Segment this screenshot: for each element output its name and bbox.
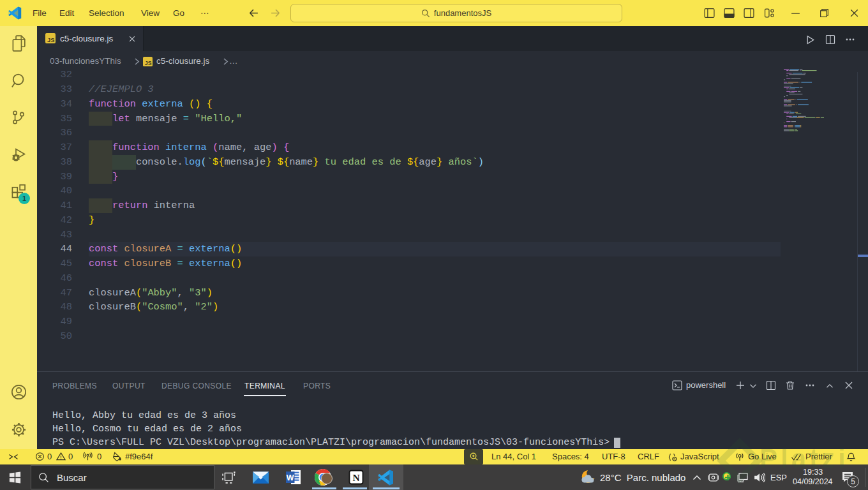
svg-text:W: W xyxy=(287,473,294,482)
svg-text:Platzi: Platzi xyxy=(760,443,849,473)
svg-text:JS: JS xyxy=(47,36,54,43)
svg-text:JS: JS xyxy=(145,60,152,66)
svg-text:N: N xyxy=(352,472,359,483)
